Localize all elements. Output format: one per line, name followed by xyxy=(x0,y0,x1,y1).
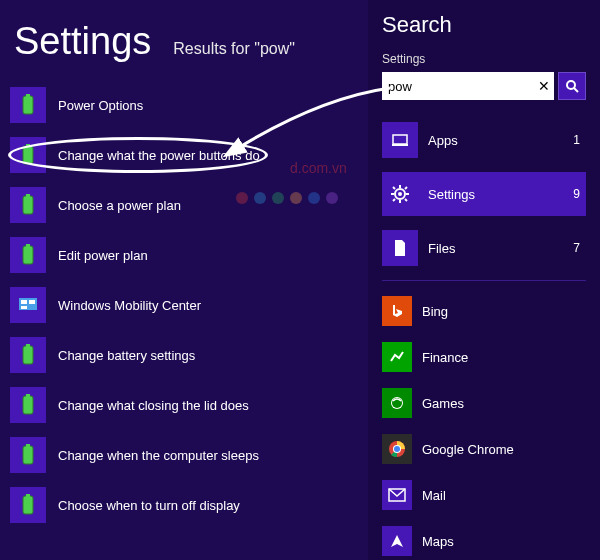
files-icon xyxy=(382,230,418,266)
result-edit-plan[interactable]: Edit power plan xyxy=(10,235,358,275)
svg-line-30 xyxy=(393,187,395,189)
app-games[interactable]: Games xyxy=(382,383,586,423)
result-closing-lid[interactable]: Change what closing the lid does xyxy=(10,385,358,425)
svg-rect-19 xyxy=(26,494,30,497)
scope-files[interactable]: Files 7 xyxy=(382,226,586,270)
svg-rect-4 xyxy=(23,196,33,214)
result-label: Windows Mobility Center xyxy=(58,298,201,313)
search-title: Search xyxy=(382,12,586,38)
svg-rect-17 xyxy=(26,444,30,447)
app-label: Finance xyxy=(422,350,468,365)
app-chrome[interactable]: Google Chrome xyxy=(382,429,586,469)
search-pane: Search Settings pow ✕ Apps 1 Settings 9 … xyxy=(368,0,600,560)
mobility-icon xyxy=(10,287,46,323)
result-mobility-center[interactable]: Windows Mobility Center xyxy=(10,285,358,325)
battery-icon xyxy=(10,337,46,373)
svg-rect-0 xyxy=(23,96,33,114)
search-input[interactable]: pow ✕ xyxy=(382,72,554,100)
app-finance[interactable]: Finance xyxy=(382,337,586,377)
search-scope-label: Settings xyxy=(382,52,586,66)
result-label: Choose when to turn off display xyxy=(58,498,240,513)
battery-icon xyxy=(10,437,46,473)
battery-icon xyxy=(10,387,46,423)
svg-rect-13 xyxy=(26,344,30,347)
battery-icon xyxy=(10,87,46,123)
result-label: Edit power plan xyxy=(58,248,148,263)
watermark-text: d.com.vn xyxy=(290,160,347,176)
apps-icon xyxy=(382,122,418,158)
result-label: Change what the power buttons do xyxy=(58,148,260,163)
svg-rect-9 xyxy=(21,300,27,304)
games-icon xyxy=(382,388,412,418)
result-label: Change what closing the lid does xyxy=(58,398,249,413)
watermark-dots xyxy=(236,192,338,204)
result-power-options[interactable]: Power Options xyxy=(10,85,358,125)
page-title: Settings xyxy=(14,20,151,63)
settings-icon xyxy=(382,176,418,212)
svg-line-32 xyxy=(393,199,395,201)
scope-settings[interactable]: Settings 9 xyxy=(382,172,586,216)
svg-point-20 xyxy=(567,81,575,89)
divider xyxy=(382,280,586,281)
svg-rect-18 xyxy=(23,496,33,514)
app-mail[interactable]: Mail xyxy=(382,475,586,515)
bing-icon xyxy=(382,296,412,326)
clear-icon[interactable]: ✕ xyxy=(534,72,554,100)
scope-label: Files xyxy=(428,241,455,256)
search-button[interactable] xyxy=(558,72,586,100)
maps-icon xyxy=(382,526,412,556)
result-label: Change when the computer sleeps xyxy=(58,448,259,463)
result-label: Choose a power plan xyxy=(58,198,181,213)
svg-rect-15 xyxy=(26,394,30,397)
app-label: Bing xyxy=(422,304,448,319)
scope-label: Apps xyxy=(428,133,458,148)
battery-icon xyxy=(10,187,46,223)
result-turn-off-display[interactable]: Choose when to turn off display xyxy=(10,485,358,525)
svg-marker-40 xyxy=(391,535,403,547)
result-label: Change battery settings xyxy=(58,348,195,363)
scope-count: 9 xyxy=(573,187,580,201)
result-choose-plan[interactable]: Choose a power plan xyxy=(10,185,358,225)
svg-rect-22 xyxy=(393,135,407,144)
scope-label: Settings xyxy=(428,187,475,202)
svg-rect-1 xyxy=(26,94,30,97)
results-pane: Settings Results for "pow" Power Options… xyxy=(0,0,368,560)
svg-rect-12 xyxy=(23,346,33,364)
result-battery-settings[interactable]: Change battery settings xyxy=(10,335,358,375)
svg-point-38 xyxy=(394,446,400,452)
app-label: Maps xyxy=(422,534,454,549)
mail-icon xyxy=(382,480,412,510)
chrome-icon xyxy=(382,434,412,464)
app-label: Google Chrome xyxy=(422,442,514,457)
search-query: pow xyxy=(388,79,412,94)
svg-point-25 xyxy=(398,192,402,196)
svg-rect-6 xyxy=(23,246,33,264)
app-maps[interactable]: Maps xyxy=(382,521,586,560)
battery-icon xyxy=(10,137,46,173)
search-row: pow ✕ xyxy=(382,72,586,100)
svg-rect-2 xyxy=(23,146,33,164)
finance-icon xyxy=(382,342,412,372)
scope-apps[interactable]: Apps 1 xyxy=(382,118,586,162)
svg-rect-10 xyxy=(29,300,35,304)
battery-icon xyxy=(10,237,46,273)
app-label: Mail xyxy=(422,488,446,503)
app-bing[interactable]: Bing xyxy=(382,291,586,331)
result-computer-sleeps[interactable]: Change when the computer sleeps xyxy=(10,435,358,475)
scope-count: 1 xyxy=(573,133,580,147)
svg-line-21 xyxy=(574,88,578,92)
svg-rect-5 xyxy=(26,194,30,197)
svg-rect-3 xyxy=(26,144,30,147)
scope-count: 7 xyxy=(573,241,580,255)
svg-line-33 xyxy=(405,187,407,189)
svg-rect-16 xyxy=(23,446,33,464)
svg-rect-14 xyxy=(23,396,33,414)
svg-line-31 xyxy=(405,199,407,201)
battery-icon xyxy=(10,487,46,523)
app-label: Games xyxy=(422,396,464,411)
svg-rect-11 xyxy=(21,306,27,309)
result-label: Power Options xyxy=(58,98,143,113)
header: Settings Results for "pow" xyxy=(14,20,358,63)
results-for-label: Results for "pow" xyxy=(173,40,295,58)
svg-rect-7 xyxy=(26,244,30,247)
